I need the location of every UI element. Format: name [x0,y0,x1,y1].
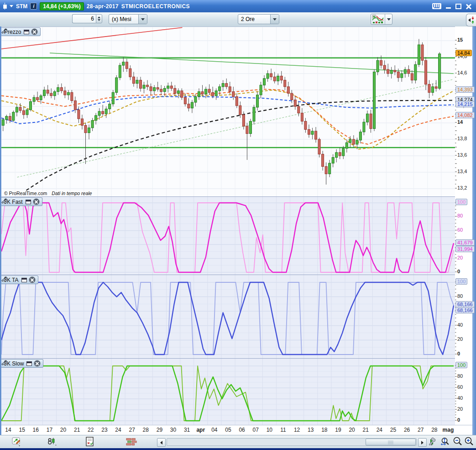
symbol-label: STM [16,3,27,10]
price-axis[interactable]: 1514,814,614,414,21413,813,613,413,214,8… [455,26,472,196]
jkslow-panel[interactable]: JK Slow [1,358,455,425]
news-button[interactable] [84,437,95,447]
axis-value-badge: 100 [455,199,467,205]
time-axis-label: 13 [308,427,314,433]
jkslow-axis[interactable]: 806040200100 [455,358,472,425]
jkfast-axis[interactable]: 80604020010041,67931,994 [455,196,472,275]
axis-tick-label: 20 [457,255,463,260]
time-axis-label: 04 [211,427,217,433]
period-count-input[interactable] [72,14,96,23]
wrench-icon[interactable] [1,360,7,365]
jkfast-panel[interactable]: JK Fast [1,196,455,275]
axis-tick-label: 40 [457,322,463,328]
time-axis-label: 10 [267,427,272,433]
collapse-panel-button[interactable] [466,14,476,26]
axis-tick-label: 14 [457,119,463,125]
caret-down-icon[interactable] [138,15,147,24]
price-panel-header[interactable]: Prezzo [1,27,41,36]
zoom-in-button[interactable] [464,437,475,447]
caret-down-icon[interactable] [270,15,279,24]
indicator-chart-icon [371,14,385,24]
time-axis-label: 05 [225,427,231,433]
bottom-toolbar [0,435,476,449]
time-axis-label: 18 [321,427,327,433]
indicator-chart-button[interactable] [371,14,392,25]
close-icon[interactable] [466,4,471,9]
period-unit-value: (x) Mesi [109,16,138,22]
caret-down-icon[interactable] [10,5,13,7]
close-panel-icon[interactable] [31,28,38,35]
axis-tick-label: 13,8 [457,136,467,141]
quote-date: 28-apr-2017 [87,3,119,10]
timeframe-value: 2 Ore [238,16,270,22]
time-axis-label: 23 [101,427,107,433]
time-axis-label: 25 [390,427,396,433]
time-axis-label: 30 [170,427,176,433]
candlestick-icon [3,3,7,10]
caret-down-icon[interactable] [385,14,392,24]
scrollbar-thumb[interactable] [366,439,416,445]
wrench-icon[interactable] [1,198,7,204]
chart-toolbar: (x) Mesi 2 Ore [0,12,476,27]
chart-settings-button[interactable] [426,437,437,447]
detach-window-icon[interactable] [26,200,31,204]
time-axis-label: 27 [129,427,135,433]
axis-value-badge: 31,994 [455,246,475,252]
time-axis-label: 21 [363,427,369,433]
axis-value-badge: 100 [455,362,467,368]
news-icon [85,437,94,447]
maximize-icon[interactable] [455,4,461,9]
wrench-icon[interactable] [1,276,7,282]
axis-value-badge: 14,84 [455,50,472,56]
zoom-out-icon [452,436,463,447]
axis-tick-label: 14,6 [457,70,467,75]
axis-tick-label: 40 [457,395,463,401]
minimize-icon[interactable] [446,7,451,9]
drawing-tools-button[interactable] [12,437,23,447]
close-panel-icon[interactable] [33,198,40,205]
time-axis-label: 19 [335,427,341,433]
window-bottom-border [0,448,476,450]
detach-window-icon[interactable] [21,278,27,282]
close-panel-icon[interactable] [34,360,41,367]
axis-tick-label: 13,4 [457,169,467,174]
zoom-fit-button[interactable] [439,437,450,447]
detach-window-icon[interactable] [24,30,29,34]
period-count-stepper[interactable] [96,14,102,23]
time-axis-label: 24 [115,427,121,433]
time-axis[interactable]: 1415161720212223242728293031apr040506071… [1,425,472,435]
orderbook-icon [126,437,137,447]
chart-scrollbar[interactable] [167,438,417,446]
info-icon[interactable]: i [30,3,37,10]
period-unit-select[interactable]: (x) Mesi [109,14,147,24]
close-panel-icon[interactable] [29,276,36,283]
time-axis-label: 28 [143,427,149,433]
keyboard-icon[interactable] [432,3,441,9]
candle-tools-button[interactable] [47,437,58,447]
time-axis-label: 11 [280,427,286,433]
axis-tick-label: 60 [457,227,463,233]
prorealtime-window: STM i 14,84 (+3,63%) 28-apr-2017 STMICRO… [0,0,476,450]
axis-tick-label: 0 [457,269,460,274]
jkfast-panel-header[interactable]: JK Fast [1,197,42,206]
jkta-axis[interactable]: 80604020010068,16668,166 [455,275,472,358]
zoom-in-icon [464,436,475,447]
price-chart-panel[interactable]: Prezzo © ProRealTime.comDati in tempo re… [1,26,455,197]
detach-window-icon[interactable] [26,361,32,366]
axis-tick-label: 80 [457,373,463,379]
time-axis-label: 22 [88,427,94,433]
jkslow-panel-header[interactable]: JK Slow [1,359,43,368]
window-left-border [0,26,1,435]
timeframe-select[interactable]: 2 Ore [238,14,279,24]
wrench-icon[interactable] [1,28,7,34]
instrument-name: STMICROELECTRONICS [121,3,190,10]
jkta-panel-header[interactable]: JK TA [1,275,38,284]
zoom-out-button[interactable] [452,437,463,447]
axis-tick-label: 60 [457,384,463,390]
scroll-left-button[interactable] [157,438,166,447]
axis-tick-label: 13,2 [457,185,467,191]
jkta-panel[interactable]: JK TA [1,275,455,359]
orderbook-button[interactable] [126,437,137,447]
title-bar[interactable]: STM i 14,84 (+3,63%) 28-apr-2017 STMICRO… [0,0,476,12]
axis-tick-label: 80 [457,213,463,218]
